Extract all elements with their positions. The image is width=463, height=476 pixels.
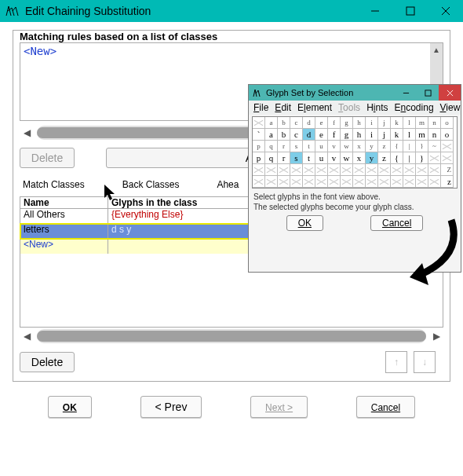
glyph-cell: {	[391, 141, 403, 152]
glyph-cell[interactable]: x	[353, 152, 366, 164]
move-down-button[interactable]: ↓	[414, 351, 436, 373]
delete-class-button[interactable]: Delete	[20, 352, 75, 372]
glyph-cell[interactable]: a	[265, 129, 278, 141]
glyph-cell[interactable]: }	[416, 152, 428, 164]
glyph-hint-1: Select glyphs in the font view above.	[249, 192, 461, 202]
glyph-cell[interactable]	[416, 176, 428, 188]
hscroll-left-icon[interactable]: ◀	[20, 329, 34, 343]
glyph-cell[interactable]	[428, 176, 441, 188]
delete-rule-button[interactable]: Delete	[20, 148, 75, 168]
glyph-cell	[341, 164, 353, 176]
glyph-cell[interactable]: `	[253, 129, 265, 141]
rules-new-placeholder[interactable]: <New>	[20, 43, 443, 59]
glyph-cell[interactable]: g	[341, 129, 353, 141]
glyph-cell[interactable]: y	[366, 152, 378, 164]
hscroll-left-icon[interactable]: ◀	[20, 126, 34, 140]
glyph-cell[interactable]: d	[303, 129, 315, 141]
glyph-cell	[253, 164, 265, 176]
glyph-cell[interactable]: e	[315, 129, 328, 141]
next-button[interactable]: Next >	[250, 396, 308, 418]
glyph-cell[interactable]: s	[290, 152, 303, 164]
glyph-cell[interactable]	[278, 176, 290, 188]
glyph-cell[interactable]: r	[278, 152, 290, 164]
glyph-cell: y	[366, 141, 378, 152]
glyph-cell: x	[353, 141, 366, 152]
glyph-cell: b	[278, 117, 290, 129]
menu-element[interactable]: Element	[297, 102, 332, 113]
glyph-cell[interactable]: i	[366, 129, 378, 141]
glyph-cell[interactable]	[353, 176, 366, 188]
glyph-cell[interactable]: {	[391, 152, 403, 164]
maximize-button[interactable]	[417, 85, 439, 101]
glyph-cell	[366, 164, 378, 176]
glyph-cell[interactable]: v	[328, 152, 341, 164]
glyph-font-view[interactable]: abcdefghijklmno`abcdefghijklmnopqrstuvwx…	[252, 116, 458, 189]
glyph-cell[interactable]: z	[441, 176, 454, 188]
menu-edit[interactable]: Edit	[275, 102, 291, 113]
glyph-cell[interactable]	[441, 152, 454, 164]
close-button[interactable]	[428, 0, 463, 22]
maximize-button[interactable]	[392, 0, 428, 22]
glyph-cell[interactable]	[290, 176, 303, 188]
glyph-cell[interactable]: t	[303, 152, 315, 164]
glyph-cell[interactable]	[265, 176, 278, 188]
minimize-button[interactable]	[357, 0, 392, 22]
rules-group-label: Matching rules based on a list of classe…	[18, 31, 219, 42]
menu-hints[interactable]: Hints	[366, 102, 388, 113]
glyph-cell[interactable]: z	[378, 152, 391, 164]
glyph-ok-button[interactable]: OK	[286, 215, 323, 231]
glyph-cell: n	[428, 117, 441, 129]
glyph-cell[interactable]	[253, 176, 265, 188]
glyph-cell	[441, 141, 454, 152]
glyph-cell[interactable]: u	[315, 152, 328, 164]
glyph-titlebar[interactable]: Glyph Set by Selection	[249, 85, 461, 101]
glyph-cell[interactable]: o	[441, 129, 454, 141]
tab-match-classes[interactable]: Match Classes	[20, 178, 88, 192]
glyph-cell[interactable]: f	[328, 129, 341, 141]
glyph-cell[interactable]: w	[341, 152, 353, 164]
glyph-cell[interactable]	[391, 176, 403, 188]
glyph-cell: i	[366, 117, 378, 129]
menu-encoding[interactable]: Encoding	[394, 102, 433, 113]
glyph-cell[interactable]: p	[253, 152, 265, 164]
ok-button[interactable]: OK	[48, 396, 92, 418]
move-up-button[interactable]: ↑	[385, 351, 407, 373]
glyph-cell[interactable]	[315, 176, 328, 188]
glyph-cancel-button[interactable]: Cancel	[370, 215, 423, 231]
glyph-cell[interactable]: |	[403, 152, 416, 164]
menu-view[interactable]: View	[440, 102, 461, 113]
tab-ahead-classes[interactable]: Ahea	[213, 178, 242, 192]
glyph-cell[interactable]: h	[353, 129, 366, 141]
titlebar[interactable]: Edit Chaining Substitution	[0, 0, 463, 22]
glyph-cell[interactable]	[403, 176, 416, 188]
glyph-set-dialog: Glyph Set by Selection File Edit Element…	[248, 84, 461, 273]
glyph-cell[interactable]: c	[290, 129, 303, 141]
glyph-cell[interactable]: n	[428, 129, 441, 141]
glyph-cell[interactable]: b	[278, 129, 290, 141]
menu-tools[interactable]: Tools	[338, 102, 360, 113]
hscroll-right-icon[interactable]: ▶	[429, 329, 443, 343]
cancel-button[interactable]: Cancel	[356, 396, 415, 418]
glyph-cell[interactable]	[341, 176, 353, 188]
close-button[interactable]	[439, 85, 461, 101]
glyph-cell[interactable]: j	[378, 129, 391, 141]
glyph-cell[interactable]: k	[391, 129, 403, 141]
scroll-up-icon[interactable]: ▲	[430, 43, 443, 56]
glyph-cell[interactable]: m	[416, 129, 428, 141]
glyph-cell[interactable]	[366, 176, 378, 188]
glyph-cell[interactable]: q	[265, 152, 278, 164]
glyph-cell: c	[290, 117, 303, 129]
glyph-cell: w	[341, 141, 353, 152]
glyph-cell[interactable]	[428, 152, 441, 164]
glyph-cell	[391, 164, 403, 176]
prev-button[interactable]: < Prev	[140, 396, 202, 418]
glyph-cell[interactable]	[303, 176, 315, 188]
glyph-cell	[315, 164, 328, 176]
glyph-cell[interactable]: l	[403, 129, 416, 141]
class-hscrollbar[interactable]	[37, 329, 426, 343]
tab-back-classes[interactable]: Back Classes	[119, 178, 183, 192]
glyph-cell[interactable]	[378, 176, 391, 188]
menu-file[interactable]: File	[253, 102, 268, 113]
glyph-cell[interactable]	[328, 176, 341, 188]
minimize-button[interactable]	[395, 85, 417, 101]
